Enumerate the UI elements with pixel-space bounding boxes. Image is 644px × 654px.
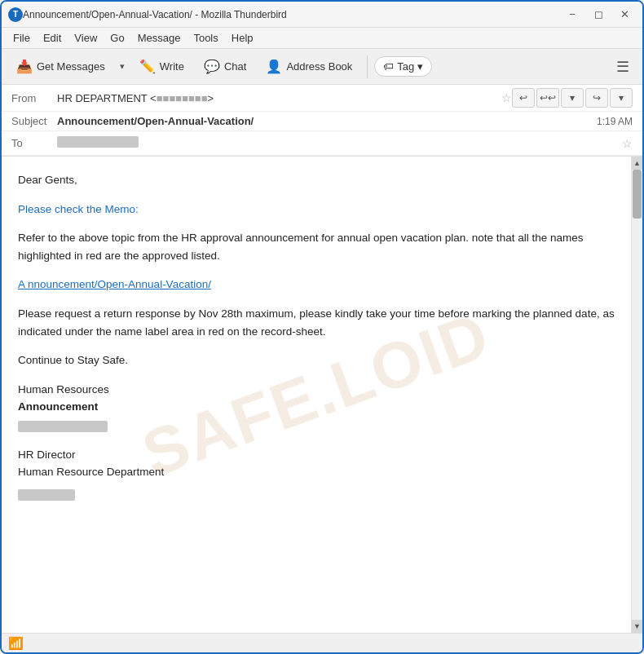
- forward-button[interactable]: ↪: [585, 88, 608, 108]
- from-star-icon[interactable]: ☆: [501, 91, 512, 104]
- email-link-paragraph: A nnouncement/Open-Annual-Vacation/: [18, 276, 615, 294]
- menu-go[interactable]: Go: [104, 30, 130, 46]
- scroll-up-arrow[interactable]: ▲: [632, 157, 643, 170]
- menu-help[interactable]: Help: [225, 30, 260, 46]
- toolbar: 📥 Get Messages ▾ ✏️ Write 💬 Chat 👤 Addre…: [2, 49, 642, 85]
- sender-name-redacted: [18, 421, 108, 432]
- chat-button[interactable]: 💬 Chat: [196, 53, 254, 81]
- hamburger-menu-button[interactable]: ☰: [610, 54, 636, 80]
- get-messages-label: Get Messages: [37, 60, 105, 73]
- to-value: [57, 136, 617, 150]
- close-button[interactable]: ✕: [613, 6, 636, 24]
- menu-tools[interactable]: Tools: [187, 30, 224, 46]
- sender-title: HR Director: [18, 446, 615, 464]
- address-book-label: Address Book: [286, 60, 352, 73]
- get-messages-button[interactable]: 📥 Get Messages: [8, 53, 113, 81]
- main-window: T Announcement/Open-Annual-Vacation/ - M…: [0, 0, 644, 654]
- menu-view[interactable]: View: [68, 30, 104, 46]
- tag-button[interactable]: 🏷 Tag ▾: [374, 56, 432, 77]
- email-greeting: Dear Gents,: [18, 171, 615, 189]
- sender-block: Human Resources Announcement HR Director…: [18, 381, 615, 506]
- reply-all-button[interactable]: ↩↩: [536, 88, 559, 108]
- window-title: Announcement/Open-Annual-Vacation/ - Moz…: [23, 9, 561, 20]
- scroll-thumb[interactable]: [633, 170, 642, 219]
- scroll-down-arrow[interactable]: ▼: [632, 620, 643, 633]
- annual-vacation-link[interactable]: A nnouncement/Open-Annual-Vacation/: [18, 278, 211, 290]
- window-controls: − ◻ ✕: [561, 6, 636, 24]
- subject-row: Subject Announcement/Open-Annual-Vacatio…: [2, 112, 642, 131]
- get-messages-dropdown[interactable]: ▾: [117, 53, 128, 81]
- inbox-icon: 📥: [16, 59, 33, 74]
- status-bar: 📶: [2, 633, 642, 652]
- toolbar-separator: [367, 55, 368, 78]
- app-icon: T: [8, 7, 23, 22]
- sender-company1: Human Resources: [18, 381, 615, 399]
- write-label: Write: [160, 60, 184, 73]
- menu-file[interactable]: File: [7, 30, 37, 46]
- email-body-paragraph1: Refer to the above topic from the HR app…: [18, 229, 615, 264]
- subject-label: Subject: [11, 115, 57, 127]
- more-button[interactable]: ▾: [610, 88, 633, 108]
- from-row: From HR DEPARTMENT <■■■■■■■■> ☆ ↩ ↩↩ ▾ ↪…: [2, 85, 642, 112]
- address-book-button[interactable]: 👤 Address Book: [258, 53, 360, 81]
- maximize-button[interactable]: ◻: [587, 6, 610, 24]
- from-label: From: [11, 92, 57, 104]
- write-button[interactable]: ✏️ Write: [131, 53, 192, 81]
- to-row: To ☆: [2, 131, 642, 156]
- sender-company2: Announcement: [18, 398, 615, 416]
- title-bar: T Announcement/Open-Annual-Vacation/ - M…: [2, 2, 642, 28]
- tag-label: Tag: [397, 60, 414, 73]
- to-label: To: [11, 137, 57, 149]
- email-content: Dear Gents, Please check the Memo: Refer…: [18, 171, 615, 506]
- email-check-memo: Please check the Memo:: [18, 201, 615, 219]
- wifi-icon: 📶: [8, 636, 24, 651]
- sender-info-redacted: [18, 489, 75, 501]
- scroll-track[interactable]: [632, 170, 642, 620]
- email-body[interactable]: SAFE.LOID Dear Gents, Please check the M…: [2, 157, 631, 633]
- vertical-scrollbar[interactable]: ▲ ▼: [631, 157, 642, 633]
- address-book-icon: 👤: [266, 59, 282, 74]
- email-body-wrapper: SAFE.LOID Dear Gents, Please check the M…: [2, 157, 642, 633]
- sender-dept: Human Resource Department: [18, 463, 615, 481]
- write-icon: ✏️: [139, 59, 156, 74]
- tag-icon: 🏷: [383, 60, 394, 73]
- minimize-button[interactable]: −: [561, 6, 584, 24]
- email-body-paragraph2: Please request a return response by Nov …: [18, 305, 615, 340]
- reply-actions: ↩ ↩↩ ▾ ↪ ▾: [512, 88, 633, 108]
- email-closing: Continue to Stay Safe.: [18, 351, 615, 369]
- tag-dropdown-icon: ▾: [417, 60, 423, 73]
- email-time: 1:19 AM: [597, 116, 633, 127]
- menu-message[interactable]: Message: [131, 30, 187, 46]
- chat-icon: 💬: [204, 59, 220, 74]
- to-address-redacted: [57, 136, 139, 148]
- to-star-icon[interactable]: ☆: [622, 137, 633, 150]
- subject-value: Announcement/Open-Annual-Vacation/: [57, 115, 597, 127]
- email-header: From HR DEPARTMENT <■■■■■■■■> ☆ ↩ ↩↩ ▾ ↪…: [2, 85, 642, 157]
- reply-button[interactable]: ↩: [512, 88, 535, 108]
- menu-edit[interactable]: Edit: [37, 30, 68, 46]
- from-value: HR DEPARTMENT <■■■■■■■■>: [57, 92, 496, 104]
- nav-down-button[interactable]: ▾: [561, 88, 584, 108]
- menu-bar: File Edit View Go Message Tools Help: [2, 28, 642, 49]
- chat-label: Chat: [224, 60, 246, 73]
